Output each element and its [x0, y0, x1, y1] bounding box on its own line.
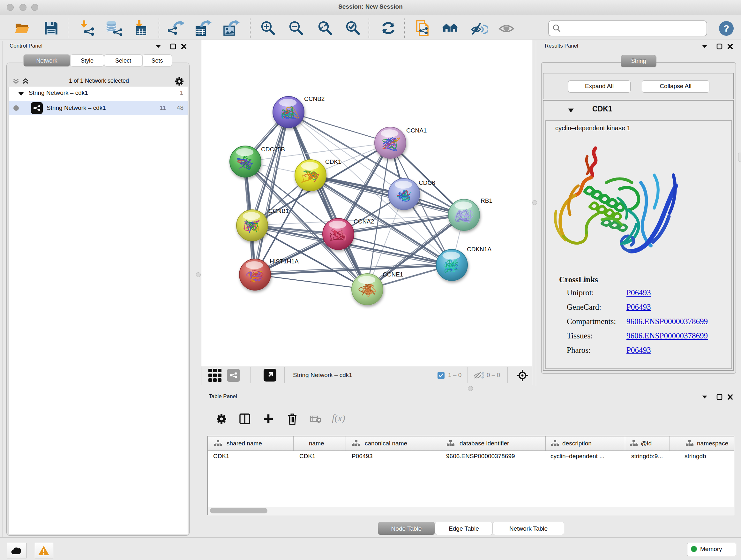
svg-text:CDKN1A: CDKN1A: [467, 246, 491, 253]
svg-text:CCNA1: CCNA1: [406, 127, 427, 134]
svg-text:CCNB2: CCNB2: [304, 96, 325, 102]
svg-text:CDC25B: CDC25B: [261, 146, 285, 152]
svg-text:RB1: RB1: [481, 197, 492, 204]
svg-text:CCNE1: CCNE1: [383, 271, 403, 278]
svg-text:CDK1: CDK1: [325, 159, 341, 165]
svg-text:CDC6: CDC6: [419, 179, 435, 186]
svg-text:HIST1H1A: HIST1H1A: [270, 258, 299, 265]
svg-text:CCNB1: CCNB1: [268, 207, 289, 214]
svg-text:CCNA2: CCNA2: [354, 218, 374, 225]
